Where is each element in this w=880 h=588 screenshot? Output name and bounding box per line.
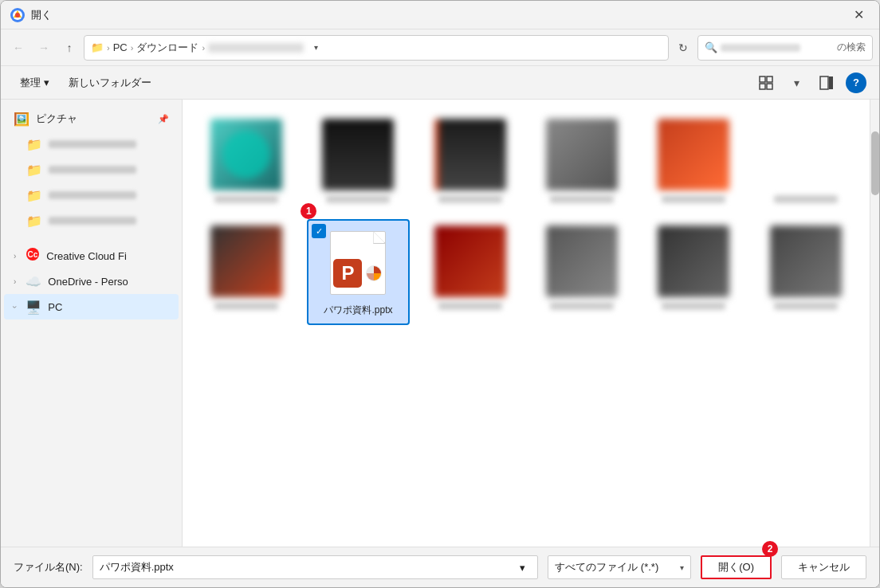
file-item[interactable] <box>642 112 744 210</box>
badge-1: 1 <box>301 203 316 219</box>
organize-button[interactable]: 整理 ▾ <box>14 73 56 93</box>
file-item[interactable] <box>755 219 857 325</box>
expand-chevron-creative: › <box>14 252 16 261</box>
file-name-blurred <box>662 195 725 203</box>
help-label: ? <box>853 76 859 88</box>
app-icon <box>10 8 25 22</box>
file-item[interactable] <box>531 112 633 210</box>
open-button[interactable]: 開く(O) <box>701 555 772 579</box>
sidebar-item-onedrive[interactable]: › ☁️ OneDrive - Perso <box>4 269 179 294</box>
main-content: 🖼️ ピクチャ 📌 📁 📁 📁 📁 <box>1 100 879 547</box>
file-name-blurred <box>438 302 502 310</box>
view-dropdown-button[interactable]: ▾ <box>785 72 807 94</box>
file-name-blurred <box>550 195 614 203</box>
help-button[interactable]: ? <box>846 73 866 93</box>
file-name-blurred <box>214 195 278 203</box>
file-item[interactable] <box>531 219 633 325</box>
filetype-select[interactable]: すべてのファイル (*.*) ▾ <box>548 555 691 579</box>
sidebar-item-blurred-2[interactable]: 📁 <box>4 157 179 182</box>
back-button[interactable]: ← <box>7 37 29 59</box>
folder-icon-4: 📁 <box>26 214 42 229</box>
cancel-button[interactable]: キャンセル <box>781 555 866 579</box>
view-toggle-button[interactable] <box>753 70 779 96</box>
sidebar-item-blurred-1[interactable]: 📁 <box>4 131 179 157</box>
svg-point-2 <box>15 13 20 18</box>
file-item[interactable] <box>419 112 521 210</box>
path-blurred <box>208 43 304 53</box>
up-button[interactable]: ↑ <box>58 37 81 59</box>
search-icon: 🔍 <box>705 41 717 53</box>
sidebar-item-pc[interactable]: › 🖥️ PC <box>4 294 179 319</box>
details-pane-button[interactable] <box>814 70 839 96</box>
pin-icon: 📌 <box>158 114 169 124</box>
path-part-pc: PC <box>113 41 128 53</box>
refresh-button[interactable]: ↻ <box>672 37 694 59</box>
file-item[interactable] <box>755 112 857 210</box>
file-thumbnail <box>546 225 618 297</box>
search-box: 🔍 の検索 <box>697 35 873 61</box>
file-item[interactable] <box>195 112 297 210</box>
search-placeholder <box>721 44 800 52</box>
toolbar: 整理 ▾ 新しいフォルダー ▾ ? <box>1 66 879 100</box>
file-item[interactable] <box>642 219 744 325</box>
sidebar-label-pc: PC <box>48 301 62 313</box>
file-thumbnail <box>546 119 618 190</box>
new-folder-label: 新しいフォルダー <box>69 76 151 90</box>
file-item[interactable] <box>195 219 297 325</box>
sidebar-item-blurred-3[interactable]: 📁 <box>4 182 179 208</box>
forward-button[interactable]: → <box>33 37 55 59</box>
sidebar-label-onedrive: OneDrive - Perso <box>48 276 128 288</box>
file-item[interactable] <box>307 112 409 210</box>
file-name-blurred <box>774 302 838 310</box>
chart-icon <box>365 265 383 282</box>
open-button-container: 2 開く(O) <box>701 555 772 579</box>
file-grid: ✓ P <box>195 112 857 325</box>
organize-label: 整理 <box>20 76 41 90</box>
pptx-badge-group: P <box>333 259 383 288</box>
pptx-corner <box>374 232 385 243</box>
pptx-page: P <box>330 231 386 295</box>
dialog-title: 開く <box>31 8 847 22</box>
sidebar: 🖼️ ピクチャ 📌 📁 📁 📁 📁 <box>1 100 183 547</box>
file-name-blurred <box>438 195 502 203</box>
pictures-icon: 🖼️ <box>14 112 29 127</box>
address-bar: ← → ↑ 📁 › PC › ダウンロード › ▾ ↻ 🔍 の検索 <box>1 29 879 66</box>
sidebar-item-blurred-4[interactable]: 📁 <box>4 208 179 233</box>
file-thumbnail <box>322 119 394 190</box>
file-name-blurred <box>662 302 725 310</box>
scrollbar[interactable] <box>870 100 879 547</box>
file-area: ✓ P <box>183 100 870 547</box>
filename-label: ファイル名(N): <box>14 560 83 574</box>
file-name-blurred <box>550 302 614 310</box>
address-path[interactable]: 📁 › PC › ダウンロード › ▾ <box>84 35 669 61</box>
filename-input[interactable]: パワポ資料.pptx ▾ <box>92 555 539 579</box>
file-item[interactable] <box>419 219 521 325</box>
folder-icon-1: 📁 <box>26 137 42 152</box>
selected-file-item[interactable]: ✓ P <box>307 219 409 325</box>
svg-rect-6 <box>767 84 772 89</box>
sidebar-item-creative-cloud[interactable]: › Cc Creative Cloud Fi <box>4 243 179 269</box>
svg-rect-5 <box>760 84 765 89</box>
open-label: 開く(O) <box>718 561 754 573</box>
file-name-blurred <box>214 302 278 310</box>
onedrive-icon: ☁️ <box>26 274 41 289</box>
creative-cloud-icon: Cc <box>26 247 40 265</box>
sidebar-label-creative-cloud: Creative Cloud Fi <box>46 250 126 262</box>
scroll-thumb <box>871 131 879 195</box>
file-thumbnail <box>434 225 506 297</box>
address-dropdown-button[interactable]: ▾ <box>307 35 324 61</box>
badge-2: 2 <box>762 541 778 557</box>
blurred-label-3 <box>49 191 136 199</box>
close-button[interactable]: ✕ <box>847 4 870 26</box>
filename-value: パワポ資料.pptx <box>100 560 174 574</box>
filename-dropdown-icon[interactable]: ▾ <box>513 556 531 578</box>
title-bar: 開く ✕ <box>1 1 879 29</box>
file-name-blurred <box>774 195 838 203</box>
sidebar-item-pictures[interactable]: 🖼️ ピクチャ 📌 <box>4 106 179 131</box>
p-badge: P <box>333 259 362 288</box>
organize-chevron-icon: ▾ <box>44 76 49 88</box>
sidebar-label-pictures: ピクチャ <box>36 112 77 126</box>
svg-rect-4 <box>767 76 772 82</box>
expand-chevron-pc: › <box>10 305 19 308</box>
new-folder-button[interactable]: 新しいフォルダー <box>62 73 158 93</box>
